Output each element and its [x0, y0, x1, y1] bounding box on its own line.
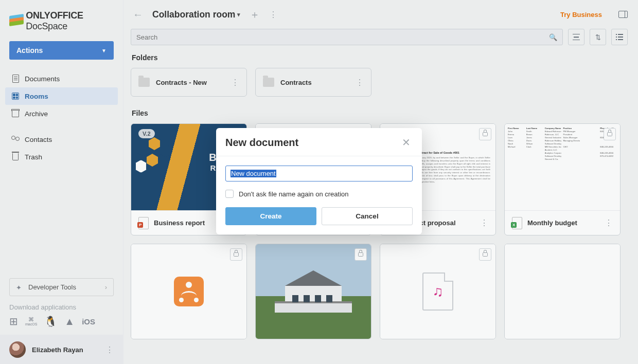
- cancel-button[interactable]: Cancel: [322, 207, 413, 225]
- dont-ask-checkbox[interactable]: [225, 190, 234, 198]
- create-button[interactable]: Create: [225, 207, 316, 225]
- document-name-input[interactable]: New document: [225, 166, 413, 181]
- input-value: New document: [231, 170, 276, 177]
- new-document-modal: New document ✕ New document Don't ask fi…: [216, 128, 422, 234]
- checkbox-label: Don't ask file name again on creation: [239, 190, 349, 198]
- modal-title: New document: [225, 137, 298, 149]
- close-icon[interactable]: ✕: [400, 136, 413, 149]
